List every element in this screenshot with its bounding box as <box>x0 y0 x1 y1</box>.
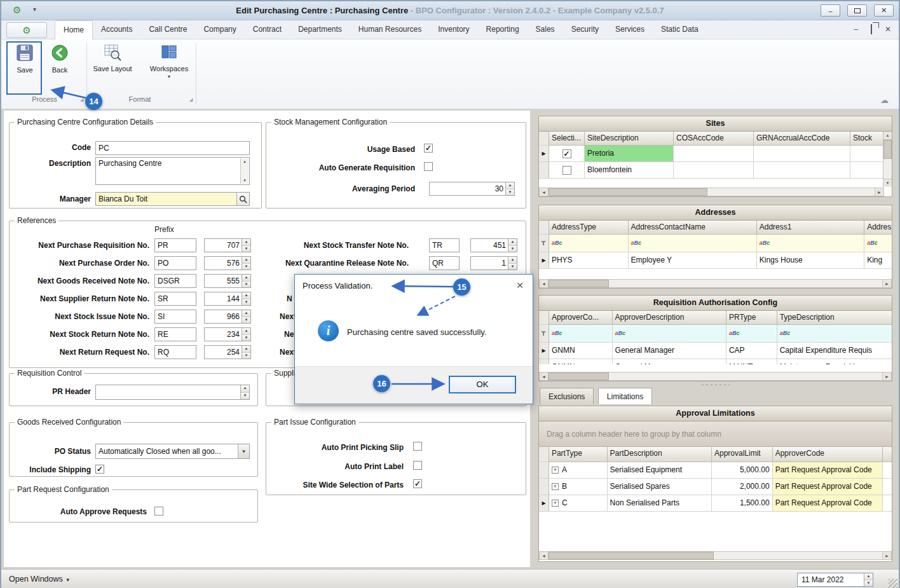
date-spinner[interactable]: ▲▼ <box>864 573 873 586</box>
ok-button[interactable]: OK <box>449 376 516 393</box>
part-desc-cell[interactable]: Serialised Equipment <box>608 462 712 479</box>
averaging-period-input[interactable] <box>430 182 505 195</box>
addresses-col-address2[interactable]: Addres <box>864 221 892 235</box>
reqauth-col-prtype[interactable]: PRType <box>726 311 777 325</box>
spin-down-icon[interactable]: ▼ <box>506 189 514 196</box>
scroll-left-icon[interactable]: ◄ <box>540 373 549 380</box>
ref-number-spinner[interactable]: ▲▼ <box>242 275 250 287</box>
ref-number-input[interactable] <box>205 292 242 305</box>
mdi-restore-button[interactable] <box>871 25 872 34</box>
filter-cell[interactable]: aBc <box>613 325 726 343</box>
approver-code-cell[interactable]: Part Request Approval Code <box>773 479 883 495</box>
tab-inventory[interactable]: Inventory <box>430 20 477 39</box>
scroll-right-icon[interactable]: ► <box>882 552 891 559</box>
splitter-handle[interactable] <box>700 383 730 386</box>
po-status-dropdown[interactable]: Automatically Closed when all goo... ▼ <box>95 444 250 459</box>
sites-col-stock[interactable]: Stock <box>850 132 884 146</box>
include-shipping-checkbox[interactable]: ✓ <box>95 465 104 474</box>
ref-number-spinner[interactable]: ▲▼ <box>242 292 250 305</box>
sites-vertical-scrollbar[interactable]: ▲ ▼ <box>883 132 892 187</box>
approver-code-cell[interactable]: GNMN <box>549 343 613 359</box>
approver-code-cell[interactable]: Part Request Approval Code <box>773 462 883 479</box>
site-description-cell[interactable]: Bloemfontein <box>585 162 674 179</box>
approver-desc-cell[interactable]: General Manager <box>613 359 726 364</box>
tab-departments[interactable]: Departments <box>290 20 350 39</box>
address-type-cell[interactable]: PHYS <box>549 252 629 269</box>
filter-cell[interactable]: aBc <box>864 235 892 252</box>
ref-prefix-input[interactable] <box>154 345 196 359</box>
ref-number-spinner[interactable]: ▲▼ <box>242 310 250 323</box>
approval-col-partdesc[interactable]: PartDescription <box>608 447 712 462</box>
auto-print-picking-slip-chec kbox[interactable] <box>413 442 422 451</box>
expand-icon[interactable]: + <box>552 483 559 490</box>
approver-code-cell[interactable]: GNMN <box>549 359 613 364</box>
address-contact-cell[interactable]: Employee Y <box>629 252 757 269</box>
approval-limit-cell[interactable]: 1,500.00 <box>712 495 773 512</box>
approver-code-cell[interactable]: Part Request Approval Code <box>773 495 883 512</box>
addresses-col-contact[interactable]: AddressContactName <box>629 221 757 235</box>
scroll-left-icon[interactable]: ◄ <box>540 280 549 287</box>
tab-reporting[interactable]: Reporting <box>478 20 528 39</box>
expand-icon[interactable]: + <box>552 467 559 474</box>
tab-human-resources[interactable]: Human Resources <box>350 20 430 39</box>
reqauth-row[interactable]: ▶ GNMN General Manager CAP Capital Expen… <box>539 343 892 359</box>
tab-static-data[interactable]: Static Data <box>653 20 707 39</box>
filter-cell[interactable]: aBc <box>629 235 757 252</box>
approval-horizontal-scrollbar[interactable]: ◄ ► <box>539 551 892 560</box>
tab-services[interactable]: Services <box>607 20 653 39</box>
ref-prefix-input[interactable] <box>429 256 460 270</box>
addresses-col-type[interactable]: AddressType <box>549 221 629 235</box>
scroll-right-icon[interactable]: ► <box>882 373 891 380</box>
tab-exclusions[interactable]: Exclusions <box>540 388 594 404</box>
part-type-cell[interactable]: +B <box>549 479 608 495</box>
save-layout-button[interactable]: Save Layout <box>90 43 135 72</box>
spin-up-icon[interactable]: ▲ <box>506 182 514 189</box>
scroll-thumb[interactable] <box>549 280 609 287</box>
ref-prefix-input[interactable] <box>154 327 196 341</box>
ref-number-spinner[interactable]: ▲▼ <box>508 239 517 252</box>
ref-prefix-input[interactable] <box>154 292 196 306</box>
reqauth-col-typedesc[interactable]: TypeDescription <box>777 311 892 325</box>
site-selected-cell[interactable]: ✓ <box>549 146 585 162</box>
type-desc-cell[interactable]: Maintenance Requisition <box>777 359 892 364</box>
cos-acc-cell[interactable] <box>674 146 754 162</box>
minimize-button[interactable]: ‒ <box>821 4 840 17</box>
application-menu-button[interactable]: ⚙ <box>6 22 47 38</box>
workspaces-button[interactable]: Workspaces ▼ <box>144 43 194 79</box>
grn-accrual-cell[interactable] <box>754 146 850 162</box>
site-wide-selection-checkbox[interactable]: ✓ <box>413 479 422 488</box>
ref-prefix-input[interactable] <box>154 310 196 324</box>
ref-number-input[interactable] <box>205 346 242 359</box>
cos-acc-cell[interactable] <box>674 162 754 179</box>
ref-number-spinner[interactable]: ▲▼ <box>242 328 250 341</box>
auto-approve-requests-checkbox[interactable] <box>154 507 163 516</box>
scroll-right-icon[interactable]: ► <box>882 280 891 287</box>
reqauth-col-description[interactable]: ApproverDescription <box>613 311 726 325</box>
ref-number-input[interactable] <box>471 257 508 270</box>
pr-header-spinner[interactable]: ▲▼ <box>240 385 249 399</box>
tab-home[interactable]: Home <box>55 20 93 39</box>
averaging-period-spinner[interactable]: ▲ ▼ <box>505 182 514 195</box>
mdi-minimize-button[interactable]: ‒ <box>854 25 858 34</box>
part-type-cell[interactable]: +C <box>549 495 608 512</box>
scroll-thumb[interactable] <box>549 373 609 380</box>
approval-col-approvercode[interactable]: ApproverCode <box>773 447 883 462</box>
sites-col-selected[interactable]: Selecti... <box>549 132 585 146</box>
site-description-cell[interactable]: Pretoria <box>585 146 674 162</box>
filter-cell[interactable]: aBc <box>549 235 629 252</box>
sites-col-grnaccrual[interactable]: GRNAccrualAccCode <box>754 132 850 146</box>
ref-prefix-input[interactable] <box>154 238 196 252</box>
addresses-col-address1[interactable]: Address1 <box>757 221 864 235</box>
manager-field[interactable] <box>96 193 236 205</box>
scroll-thumb[interactable] <box>549 552 714 559</box>
tab-contract[interactable]: Contract <box>245 20 290 39</box>
stock-cell[interactable] <box>850 162 884 179</box>
ref-number-input[interactable] <box>205 328 242 341</box>
scroll-down-icon[interactable]: ▼ <box>883 179 892 187</box>
scroll-left-icon[interactable]: ◄ <box>540 552 549 559</box>
part-type-cell[interactable]: +A <box>549 462 608 479</box>
sites-horizontal-scrollbar[interactable]: ◄ ► <box>539 188 884 196</box>
reqauth-horizontal-scrollbar[interactable]: ◄ ► <box>539 372 892 381</box>
code-field[interactable] <box>95 141 250 155</box>
address2-cell[interactable]: King <box>864 252 892 269</box>
